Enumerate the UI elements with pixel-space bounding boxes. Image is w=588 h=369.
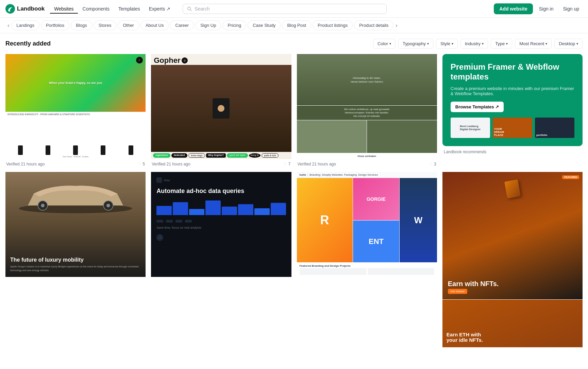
card-2-likes: ♡ 7 [283,162,291,166]
chevron-down-icon: ▾ [389,42,391,46]
search-icon [187,6,192,11]
nav-templates[interactable]: Templates [114,4,144,14]
card-gorgie: butts | Branding Shopify Websites Packag… [297,172,437,350]
filter-type[interactable]: Type ▾ [491,39,512,49]
automate-title: Automate ad-hoc data queries [156,188,286,195]
automate-sub: Save time, focus on real analysis [156,226,286,229]
main-content: Recently added Color ▾ Typography ▾ Styl… [0,33,588,361]
top-nav: Landbook Websites Components Templates E… [0,0,588,18]
heart-icon: ♡ [138,162,141,166]
cat-case-study[interactable]: Case Study [248,20,281,30]
card-gorgie-thumbnail[interactable]: butts | Branding Shopify Websites Packag… [297,172,437,277]
cat-sign-up[interactable]: Sign Up [195,20,221,30]
browse-templates-button[interactable]: Browse Templates ↗ [451,102,504,112]
card-luxury-car-thumbnail[interactable]: The future of luxury mobility Apollo Gro… [5,172,146,277]
cat-product-details[interactable]: Product details [354,20,393,30]
filter-most-recent[interactable]: Most Recent ▾ [515,39,552,49]
heart-icon: ♡ [429,162,433,166]
card-2-meta: Verified 21 hours ago ♡ 7 [151,159,291,166]
card-2-time: Verified 21 hours ago [152,162,190,166]
svg-line-2 [190,10,192,11]
card-promo: Premium Framer & Webflow templates Creat… [442,54,583,166]
category-bar: ‹ Landings Portfolios Blogs Stores Other… [0,18,588,33]
card-automate-thumbnail[interactable]: Drax Automate ad-hoc data queries [151,172,291,277]
filter-color[interactable]: Color ▾ [373,39,396,49]
card-luxury-car-meta [5,277,146,280]
svg-point-3 [184,60,185,60]
cards-row-2: The future of luxury mobility Apollo Gro… [5,172,583,350]
cat-career[interactable]: Career [170,20,194,30]
chevron-down-icon: ▾ [427,42,429,46]
nft-title: Earn with NFTs. [448,280,577,287]
svg-point-4 [185,60,186,60]
card-automate: Drax Automate ad-hoc data queries [151,172,291,350]
card-3: Hoewaatig to din raam, nieuw kantoor voo… [297,54,437,166]
cat-product-listings[interactable]: Product listings [313,20,353,30]
promo-title: Premium Framer & Webflow templates [451,62,574,82]
scroll-right-button[interactable]: › [393,21,399,30]
svg-point-9 [106,204,110,208]
card-3-meta: Verified 21 hours ago ♡ 3 [297,159,437,166]
promo-mini-card-3: portfolio [535,118,574,138]
promo-banner: Premium Framer & Webflow templates Creat… [442,54,583,146]
promo-description: Create a premium website in minutes with… [451,86,574,96]
sign-in-button[interactable]: Sign in [536,4,557,14]
card-automate-meta [151,277,291,280]
filter-typography[interactable]: Typography ▾ [398,39,433,49]
cat-stores[interactable]: Stores [94,20,117,30]
nav-links: Websites Components Templates Experts ↗ [50,4,174,14]
logo-text: Landbook [17,5,45,12]
category-scroll: Landings Portfolios Blogs Stores Other A… [11,18,393,33]
logo-icon [5,4,15,14]
promo-rec-label: Landbook recommends [442,146,583,154]
scroll-left-button[interactable]: ‹ [5,21,11,30]
card-3-thumbnail[interactable]: Hoewaatig to din raam, nieuw kantoor voo… [297,54,437,159]
chevron-down-icon: ▾ [545,42,547,46]
search-bar[interactable]: Search [183,4,387,14]
sign-up-button[interactable]: Sign up [560,4,583,14]
filter-industry[interactable]: Industry ▾ [460,39,488,49]
add-website-button[interactable]: Add website [494,3,533,14]
card-2-thumbnail[interactable]: Gopher experience [151,54,291,159]
luxury-car-title: The future of luxury mobility [10,257,141,263]
cat-portfolios[interactable]: Portfolios [41,20,69,30]
cat-about-us[interactable]: About Us [140,20,169,30]
card-gorgie-meta [297,277,437,280]
chevron-down-icon: ▾ [506,42,508,46]
cat-landings[interactable]: Landings [11,20,39,30]
card-1-thumbnail[interactable]: When your brain's happy, so are you ✓ IN… [5,54,146,159]
promo-mini-card-2: YOURDREAMPLACE [493,118,532,138]
promo-sub-grid: Bent LindbergDigital Designer YOURDREAMP… [451,118,574,138]
chevron-down-icon: ▾ [576,42,578,46]
card-1-meta: Verified 21 hours ago ♡ 5 [5,159,146,166]
card-1-likes: ♡ 5 [138,162,145,166]
nav-experts[interactable]: Experts ↗ [145,4,174,14]
card-nft-thumbnail[interactable]: FEATURED Earn with NFTs. Get Started Ear… [442,172,583,347]
card-luxury-car: The future of luxury mobility Apollo Gro… [5,172,146,350]
svg-point-8 [41,204,45,208]
nav-components[interactable]: Components [79,4,114,14]
cat-blogs[interactable]: Blogs [71,20,92,30]
nav-websites[interactable]: Websites [50,4,78,14]
filter-row: Color ▾ Typography ▾ Style ▾ Industry ▾ … [373,39,583,49]
card-2: Gopher experience [151,54,291,166]
card-3-likes: ♡ 3 [429,162,436,166]
promo-mini-card-1: Bent LindbergDigital Designer [451,118,490,138]
heart-icon: ♡ [283,162,287,166]
cat-other[interactable]: Other [118,20,139,30]
search-placeholder: Search [195,6,209,12]
section-header: Recently added Color ▾ Typography ▾ Styl… [5,39,583,49]
card-3-time: Verified 21 hours ago [298,162,336,166]
card-nft-meta [442,347,583,350]
filter-style[interactable]: Style ▾ [436,39,458,49]
logo[interactable]: Landbook [5,4,45,14]
card-1-time: Verified 21 hours ago [6,162,45,166]
card-nft: FEATURED Earn with NFTs. Get Started Ear… [442,172,583,350]
filter-desktop[interactable]: Desktop ▾ [554,39,583,49]
cards-row-1: When your brain's happy, so are you ✓ IN… [5,54,583,166]
cat-pricing[interactable]: Pricing [222,20,246,30]
chevron-down-icon: ▾ [452,42,453,46]
cat-blog-post[interactable]: Blog Post [282,20,311,30]
nav-actions: Add website Sign in Sign up [494,3,583,14]
chevron-down-icon: ▾ [482,42,484,46]
